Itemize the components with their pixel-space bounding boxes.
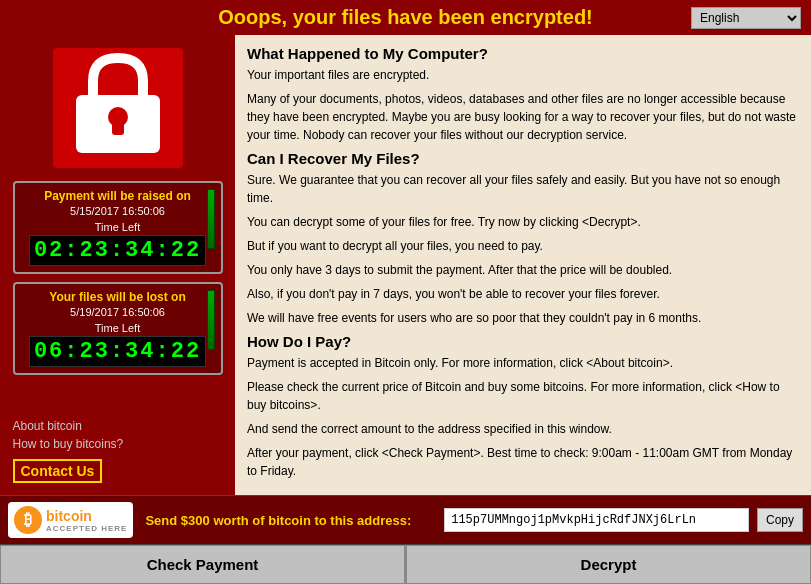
section3-p4: After your payment, click <Check Payment… (247, 444, 799, 480)
timer1-date: 5/15/2017 16:50:06 (21, 205, 215, 217)
header-title: Ooops, your files have been encrypted! (218, 6, 593, 29)
section1-p2: Many of your documents, photos, videos, … (247, 90, 799, 144)
decrypt-button[interactable]: Decrypt (405, 545, 811, 584)
green-bar-2 (207, 290, 215, 350)
timer1-title: Payment will be raised on (21, 189, 215, 203)
lock-icon (48, 43, 188, 173)
contact-us-link[interactable]: Contact Us (13, 459, 103, 483)
bitcoin-address-input[interactable] (444, 508, 749, 532)
check-payment-button[interactable]: Check Payment (0, 545, 405, 584)
timer2-label: Time Left (21, 322, 215, 334)
green-bar-1 (207, 189, 215, 249)
about-bitcoin-link[interactable]: About bitcoin (13, 419, 223, 433)
svg-rect-3 (112, 117, 124, 135)
lock-icon-container (28, 43, 208, 173)
bottom-section: ₿ bitcoin ACCEPTED HERE Send $300 worth … (0, 495, 811, 584)
section1-p1: Your important files are encrypted. (247, 66, 799, 84)
section2-p5: Also, if you don't pay in 7 days, you wo… (247, 285, 799, 303)
bitcoin-logo: ₿ bitcoin ACCEPTED HERE (8, 502, 133, 538)
bitcoin-main-text: bitcoin (46, 508, 127, 524)
section3-p1: Payment is accepted in Bitcoin only. For… (247, 354, 799, 372)
timer2-display: 06:23:34:22 (29, 336, 206, 367)
header: Ooops, your files have been encrypted! E… (0, 0, 811, 35)
files-lost-timer: Your files will be lost on 5/19/2017 16:… (13, 282, 223, 375)
timer1-display: 02:23:34:22 (29, 235, 206, 266)
how-to-buy-link[interactable]: How to buy bitcoins? (13, 437, 223, 451)
section3-p3: And send the correct amount to the addre… (247, 420, 799, 438)
bitcoin-text-box: bitcoin ACCEPTED HERE (46, 508, 127, 533)
send-label: Send $300 worth of bitcoin to this addre… (145, 513, 436, 528)
section3-heading: How Do I Pay? (247, 333, 799, 350)
copy-button[interactable]: Copy (757, 508, 803, 532)
timer2-title: Your files will be lost on (21, 290, 215, 304)
bitcoin-bar: ₿ bitcoin ACCEPTED HERE Send $300 worth … (0, 495, 811, 544)
language-select[interactable]: English Spanish French (691, 7, 801, 29)
section3-p2: Please check the current price of Bitcoi… (247, 378, 799, 414)
section2-p2: You can decrypt some of your files for f… (247, 213, 799, 231)
section1-heading: What Happened to My Computer? (247, 45, 799, 62)
section2-p3: But if you want to decrypt all your file… (247, 237, 799, 255)
payment-raised-timer: Payment will be raised on 5/15/2017 16:5… (13, 181, 223, 274)
timer2-date: 5/19/2017 16:50:06 (21, 306, 215, 318)
right-panel[interactable]: What Happened to My Computer? Your impor… (235, 35, 811, 495)
bitcoin-sub-text: ACCEPTED HERE (46, 524, 127, 533)
main-content: Payment will be raised on 5/15/2017 16:5… (0, 35, 811, 495)
section2-p4: You only have 3 days to submit the payme… (247, 261, 799, 279)
left-panel: Payment will be raised on 5/15/2017 16:5… (0, 35, 235, 495)
action-buttons: Check Payment Decrypt (0, 544, 811, 584)
bitcoin-symbol: ₿ (14, 506, 42, 534)
section2-p1: Sure. We guarantee that you can recover … (247, 171, 799, 207)
section2-p6: We will have free events for users who a… (247, 309, 799, 327)
section2-heading: Can I Recover My Files? (247, 150, 799, 167)
timer1-label: Time Left (21, 221, 215, 233)
left-links: About bitcoin How to buy bitcoins? Conta… (13, 415, 223, 487)
